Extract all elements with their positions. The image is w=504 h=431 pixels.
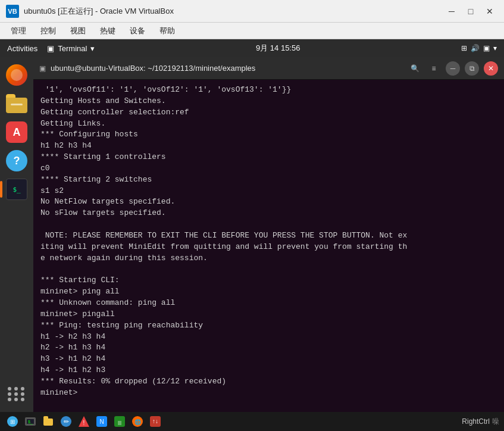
ubuntu-top-bar: Activities ▣ Terminal ▾ 9月 14 15:56 ⊞ 🔊 …	[0, 39, 504, 57]
dock-files[interactable]	[4, 90, 30, 117]
terminal-line: No NetFlow targets specified.	[40, 196, 497, 208]
terminal-line: Getting Links.	[40, 118, 497, 130]
terminal-line: No sFlow targets specified.	[40, 208, 497, 219]
taskbar: ⊞ $_ ✏ ! N ||| 🌐 ↑↓ RightCtrl 噪	[0, 412, 504, 431]
terminal-line	[40, 219, 497, 230]
taskbar-icon-1[interactable]: ⊞	[5, 414, 20, 429]
terminal-menu-button[interactable]: ≡	[427, 61, 441, 76]
svg-text:|||: |||	[118, 420, 121, 425]
window-controls: ─ □ ✕	[443, 5, 498, 18]
rightctrl-label: RightCtrl	[462, 417, 490, 426]
terminal-maximize-button[interactable]: ⧉	[465, 61, 479, 76]
menu-bar: 管理 控制 视图 热键 设备 帮助	[0, 23, 504, 39]
taskbar-icon-7[interactable]: |||	[112, 414, 127, 429]
terminal-line: *** Results: 0% dropped (12/12 received)	[40, 376, 497, 388]
terminal-line: s1 s2	[40, 186, 497, 197]
menu-control[interactable]: 控制	[35, 24, 62, 38]
terminal-line: *** Starting CLI:	[40, 275, 497, 286]
tray-dropdown-icon: ▾	[493, 44, 497, 52]
window-title: ubuntu0s [正在运行] - Oracle VM VirtualBox	[24, 6, 443, 17]
taskbar-icon-5[interactable]: !	[76, 414, 92, 429]
clock: 9月 14 15:56	[95, 43, 461, 54]
taskbar-icon-4[interactable]: ✏	[58, 414, 74, 429]
svg-rect-6	[43, 416, 48, 420]
appstore-icon: A	[6, 121, 27, 143]
terminal-line: Getting controller selection:ref	[40, 107, 497, 118]
terminal-line: mininet>	[40, 388, 497, 399]
dock-help[interactable]: ?	[4, 148, 30, 174]
svg-text:N: N	[99, 418, 104, 425]
terminal-line: iting will prevent MiniEdit from quittin…	[40, 242, 497, 253]
close-button[interactable]: ✕	[481, 5, 498, 18]
taskbar-left: ⊞ $_ ✏ ! N ||| 🌐 ↑↓	[5, 414, 163, 429]
terminal-dropdown-icon: ▾	[90, 44, 95, 53]
taskbar-icon-3[interactable]	[40, 414, 56, 429]
taskbar-icon-9[interactable]: ↑↓	[148, 414, 163, 429]
minimize-button[interactable]: ─	[443, 5, 460, 18]
dock-app-grid[interactable]	[4, 381, 30, 407]
menu-help[interactable]: 帮助	[154, 24, 181, 38]
network-icon: ⊞	[461, 44, 467, 52]
terminal-line: *** Ping: testing ping reachability	[40, 320, 497, 332]
terminal-area: ▣ ubuntu@ubuntu-VirtualBox: ~/102192113/…	[33, 57, 504, 412]
terminal-line: h2 -> h1 h3 h4	[40, 342, 497, 354]
system-tray: ⊞ 🔊 ▣ ▾	[461, 44, 497, 52]
dock-terminal[interactable]: $_	[4, 176, 30, 202]
taskbar-icon-8[interactable]: 🌐	[130, 414, 145, 429]
taskbar-icon-2[interactable]: $_	[23, 414, 38, 429]
svg-text:$_: $_	[28, 420, 33, 424]
terminal-line: h4 -> h1 h2 h3	[40, 365, 497, 376]
svg-text:↑↓: ↑↓	[152, 418, 158, 424]
terminal-tab[interactable]: ▣ Terminal ▾	[47, 44, 95, 53]
help-icon: ?	[6, 150, 27, 171]
terminal-line: Getting Hosts and Switches.	[40, 96, 497, 107]
taskbar-icon-6[interactable]: N	[94, 414, 109, 429]
title-bar: VB ubuntu0s [正在运行] - Oracle VM VirtualBo…	[0, 0, 504, 23]
virtualbox-icon: VB	[6, 5, 19, 18]
terminal-minimize-button[interactable]: ─	[446, 61, 460, 76]
terminal-title-bar: ▣ ubuntu@ubuntu-VirtualBox: ~/102192113/…	[33, 57, 504, 80]
app-grid-icon	[8, 387, 26, 401]
menu-view[interactable]: 视图	[64, 24, 92, 38]
terminal-line: *** Unknown command: ping all	[40, 298, 497, 309]
terminal-line: h1 -> h2 h3 h4	[40, 332, 497, 343]
maximize-button[interactable]: □	[462, 5, 479, 18]
terminal-tab-label: ubuntu@ubuntu-VirtualBox: ~/102192113/mi…	[51, 64, 403, 73]
noise-label: 噪	[492, 417, 499, 427]
dock: A ? $_	[0, 57, 33, 412]
terminal-icon: ▣	[47, 44, 54, 53]
terminal-line: c0	[40, 163, 497, 174]
terminal-line: mininet> ping all	[40, 286, 497, 298]
menu-hotkey[interactable]: 热键	[94, 24, 121, 38]
terminal-dock-icon: $_	[6, 179, 27, 200]
dock-firefox[interactable]	[4, 62, 30, 88]
volume-icon: 🔊	[471, 44, 480, 52]
terminal-line: e network again during this session.	[40, 253, 497, 264]
terminal-line: *** Configuring hosts	[40, 129, 497, 140]
svg-text:✏: ✏	[64, 418, 70, 425]
terminal-line: NOTE: PLEASE REMEMBER TO EXIT THE CLI BE…	[40, 230, 497, 242]
terminal-search-button[interactable]: 🔍	[408, 61, 422, 76]
terminal-line: **** Starting 1 controllers	[40, 152, 497, 163]
terminal-body[interactable]: '1', 'ovsOf11': '1', 'ovsOf12': '1', 'ov…	[33, 80, 504, 412]
terminal-line	[40, 264, 497, 276]
main-area: A ? $_ ▣ ubuntu@ubuntu-VirtualBox: ~/102…	[0, 57, 504, 412]
svg-text:!: !	[83, 420, 85, 426]
terminal-line: '1', 'ovsOf11': '1', 'ovsOf12': '1', 'ov…	[40, 85, 497, 96]
terminal-close-button[interactable]: ✕	[484, 61, 498, 76]
menu-devices[interactable]: 设备	[124, 24, 151, 38]
terminal-tab-label: Terminal	[58, 44, 87, 53]
svg-text:⊞: ⊞	[10, 418, 15, 425]
svg-text:🌐: 🌐	[134, 418, 142, 426]
battery-icon: ▣	[483, 44, 490, 52]
menu-manage[interactable]: 管理	[5, 24, 32, 38]
activities-button[interactable]: Activities	[7, 44, 37, 53]
terminal-line: **** Starting 2 switches	[40, 174, 497, 186]
terminal-line: mininet> pingall	[40, 309, 497, 320]
terminal-line: h3 -> h1 h2 h4	[40, 354, 497, 365]
dock-appstore[interactable]: A	[4, 119, 30, 145]
taskbar-right: RightCtrl 噪	[462, 417, 499, 427]
terminal-line: h1 h2 h3 h4	[40, 140, 497, 152]
terminal-tab-icon: ▣	[39, 64, 46, 73]
